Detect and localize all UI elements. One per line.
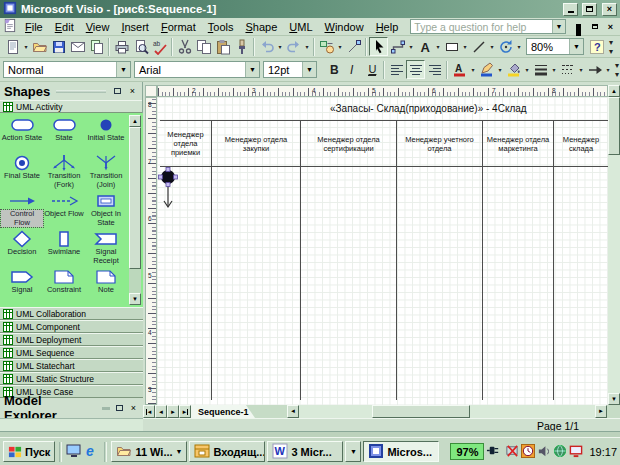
shapes-icon-dropdown[interactable]: ▾	[336, 37, 344, 56]
toolbar-options-chevron[interactable]: ▾▾	[609, 38, 613, 56]
close-panel-icon[interactable]: ×	[127, 86, 138, 97]
page-tab[interactable]: Sequence-1	[191, 405, 255, 418]
bold-icon[interactable]: B	[324, 60, 343, 79]
font-color-icon-dropdown[interactable]: ▾	[469, 60, 477, 79]
line-color-icon-dropdown[interactable]: ▾	[496, 60, 504, 79]
align-left-icon[interactable]	[387, 60, 406, 79]
rectangle-tool-icon[interactable]	[442, 37, 461, 56]
connector-tool-icon[interactable]	[388, 37, 407, 56]
volume-icon[interactable]	[537, 444, 551, 460]
zoom-combo[interactable]: 80% ▼	[526, 38, 584, 55]
rotation-tool-icon-dropdown[interactable]: ▾	[515, 37, 523, 56]
restore-button[interactable]	[582, 3, 597, 16]
stencil-scroll-up-icon[interactable]: ▲	[129, 115, 141, 127]
size-dropdown-icon[interactable]: ▼	[302, 62, 316, 77]
style-dropdown-icon[interactable]: ▼	[116, 62, 130, 77]
question-box-dropdown-icon[interactable]: ▼	[552, 20, 565, 33]
menu-format[interactable]: Format	[155, 20, 202, 34]
panel-gripper[interactable]	[56, 90, 106, 93]
clock-icon[interactable]	[521, 444, 535, 460]
line-ends-icon-dropdown[interactable]: ▾	[604, 60, 612, 79]
fill-color-icon-dropdown[interactable]: ▾	[523, 60, 531, 79]
size-combo[interactable]: 12pt ▼	[263, 61, 317, 78]
minimize-button[interactable]	[563, 3, 578, 16]
model-explorer-float-icon[interactable]	[114, 403, 125, 414]
horizontal-scrollbar-thumb[interactable]	[372, 405, 470, 418]
menu-tools[interactable]: Tools	[202, 20, 240, 34]
vertical-scrollbar-thumb[interactable]	[608, 97, 620, 155]
pointer-tool-icon[interactable]	[369, 37, 388, 56]
stencil-item-state[interactable]: State	[43, 115, 85, 153]
start-button[interactable]: Пуск	[3, 441, 55, 462]
menu-view[interactable]: View	[80, 20, 116, 34]
connector-tool-icon-dropdown[interactable]: ▾	[407, 37, 415, 56]
zoom-dropdown-icon[interactable]: ▼	[569, 39, 583, 54]
battery-indicator[interactable]: 97%	[450, 443, 484, 460]
undo-icon[interactable]	[257, 37, 276, 56]
stencil-tab-uml-static-structure[interactable]: UML Static Structure	[0, 372, 143, 385]
mail-icon[interactable]	[68, 37, 87, 56]
first-page-button[interactable]: ◄	[143, 405, 155, 418]
stencil-scrollbar-thumb[interactable]	[129, 127, 141, 269]
taskbar-group-dropdown-button[interactable]: ▼	[345, 441, 361, 462]
help-icon[interactable]: ?	[587, 37, 606, 56]
line-ends-icon[interactable]	[585, 60, 604, 79]
offline-icon[interactable]	[505, 444, 519, 460]
model-explorer-gripper-icon[interactable]	[100, 403, 111, 414]
rotation-tool-icon[interactable]	[496, 37, 515, 56]
display-icon[interactable]	[569, 444, 583, 460]
stencil-item-signal[interactable]: Signal	[1, 267, 43, 305]
stencil-item-initial-state[interactable]: Initial State	[85, 115, 127, 153]
redo-icon-dropdown[interactable]: ▾	[303, 37, 311, 56]
taskbar-button-word[interactable]: W3 Micr...	[267, 441, 343, 462]
spelling-icon[interactable]: ab	[150, 37, 169, 56]
stencil-tab-uml-activity[interactable]: UML Activity	[0, 100, 142, 113]
stencil-tab-uml-statechart[interactable]: UML Statechart	[0, 359, 143, 372]
stencil-item-signal-receipt[interactable]: Signal Receipt	[85, 229, 127, 267]
paste-icon[interactable]	[213, 37, 232, 56]
network-icon[interactable]	[553, 444, 567, 460]
swimlane-5[interactable]: Менеджер отдела маркетинга	[483, 121, 554, 400]
question-box[interactable]: Type a question for help ▼	[410, 19, 566, 34]
line-color-icon[interactable]	[477, 60, 496, 79]
redo-icon[interactable]	[284, 37, 303, 56]
line-weight-icon[interactable]	[531, 60, 550, 79]
taskbar-button-visio[interactable]: Micros...	[363, 441, 439, 462]
ie-icon[interactable]: e	[84, 443, 100, 461]
cut-icon[interactable]	[175, 37, 194, 56]
font-combo[interactable]: Arial ▼	[134, 61, 260, 78]
format-toolbar-options-chevron[interactable]: ▾▾	[615, 61, 619, 79]
next-page-button[interactable]: ►	[167, 405, 179, 418]
stencil-scroll-down-icon[interactable]: ▼	[129, 293, 141, 305]
open-icon[interactable]	[30, 37, 49, 56]
copy-icon[interactable]	[194, 37, 213, 56]
menu-file[interactable]: File	[19, 20, 49, 34]
stencil-item-transition-join[interactable]: Transition (Join)	[85, 153, 127, 191]
model-explorer-close-icon[interactable]: ×	[128, 403, 139, 414]
horizontal-scrollbar[interactable]: ◄ ►	[287, 405, 607, 418]
new-icon-dropdown[interactable]: ▾	[22, 37, 30, 56]
stencil-item-final-state[interactable]: Final State	[1, 153, 43, 191]
underline-icon[interactable]: U	[362, 60, 381, 79]
line-weight-icon-dropdown[interactable]: ▾	[550, 60, 558, 79]
font-color-icon[interactable]: A	[450, 60, 469, 79]
stencil-tab-uml-component[interactable]: UML Component	[0, 320, 143, 333]
stencil-item-transition-fork[interactable]: Transition (Fork)	[43, 153, 85, 191]
scroll-right-icon[interactable]: ►	[595, 405, 607, 418]
menu-help[interactable]: Help	[370, 20, 405, 34]
menu-shape[interactable]: Shape	[239, 20, 283, 34]
print-icon[interactable]	[112, 37, 131, 56]
connection-point-icon[interactable]	[344, 37, 363, 56]
fill-color-icon[interactable]	[504, 60, 523, 79]
menu-edit[interactable]: Edit	[49, 20, 80, 34]
float-panel-icon[interactable]	[112, 86, 123, 97]
swimlane-4[interactable]: Менеджер учетного отдела	[397, 121, 483, 400]
mdi-close-button[interactable]: ×	[604, 21, 617, 33]
swimlane-6[interactable]: Менеджер склада	[554, 121, 608, 400]
menu-insert[interactable]: Insert	[115, 20, 155, 34]
taskbar-button-inbox[interactable]: Входящ...	[189, 441, 265, 462]
text-tool-icon[interactable]: A	[415, 37, 434, 56]
scroll-left-icon[interactable]: ◄	[287, 405, 299, 418]
save-icon[interactable]	[49, 37, 68, 56]
desktop-icon[interactable]	[66, 443, 82, 461]
